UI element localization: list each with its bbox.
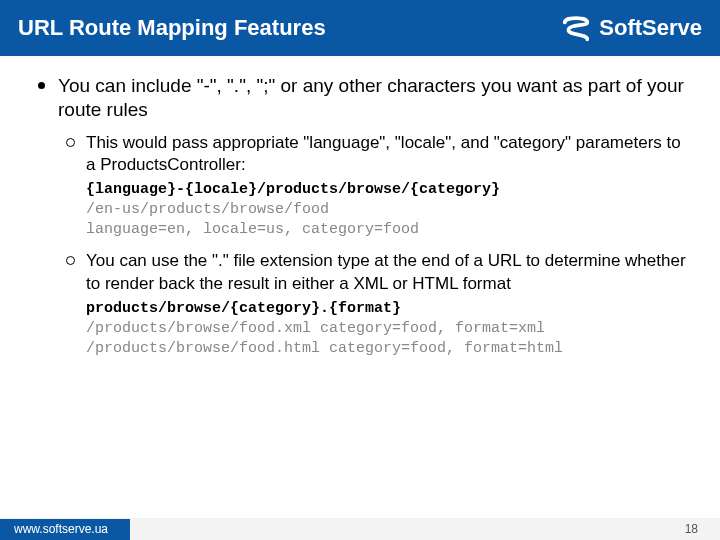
slide-header: URL Route Mapping Features SoftServe bbox=[0, 0, 720, 56]
code-line: language=en, locale=us, category=food bbox=[86, 220, 690, 240]
bullet-sub-1: This would pass appropriate "language", … bbox=[58, 132, 690, 241]
bullet-main: You can include "-", ".", ";" or any oth… bbox=[30, 74, 690, 359]
page-number: 18 bbox=[130, 519, 720, 540]
code-line: {language}-{locale}/products/browse/{cat… bbox=[86, 180, 690, 200]
brand-logo-icon bbox=[561, 13, 591, 43]
code-line: /products/browse/food.html category=food… bbox=[86, 339, 690, 359]
slide-footer: www.softserve.ua 18 bbox=[0, 518, 720, 540]
bullet-main-text: You can include "-", ".", ";" or any oth… bbox=[58, 75, 684, 120]
code-line: /products/browse/food.xml category=food,… bbox=[86, 319, 690, 339]
code-line: /en-us/products/browse/food bbox=[86, 200, 690, 220]
code-block-2: products/browse/{category}.{format} /pro… bbox=[86, 299, 690, 360]
code-line: products/browse/{category}.{format} bbox=[86, 299, 690, 319]
slide-body: You can include "-", ".", ";" or any oth… bbox=[0, 56, 720, 359]
brand: SoftServe bbox=[561, 13, 702, 43]
bullet-sub-2-text: You can use the "." file extension type … bbox=[86, 251, 686, 292]
brand-name: SoftServe bbox=[599, 15, 702, 41]
code-block-1: {language}-{locale}/products/browse/{cat… bbox=[86, 180, 690, 241]
footer-url: www.softserve.ua bbox=[0, 519, 130, 540]
slide-title: URL Route Mapping Features bbox=[18, 15, 326, 41]
bullet-sub-1-text: This would pass appropriate "language", … bbox=[86, 133, 681, 174]
bullet-sub-2: You can use the "." file extension type … bbox=[58, 250, 690, 359]
